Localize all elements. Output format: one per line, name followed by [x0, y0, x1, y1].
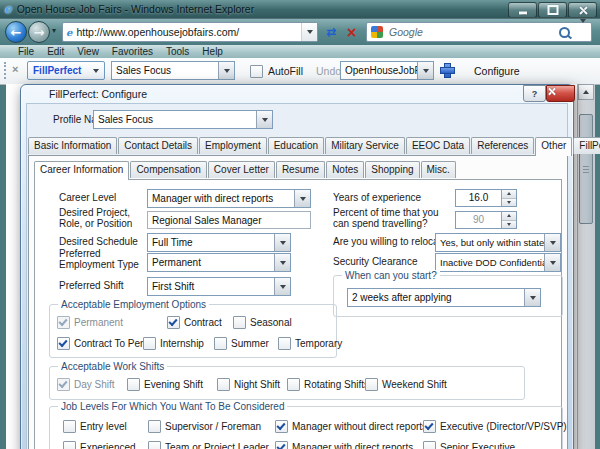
checkbox-weekend-shift[interactable]: Weekend Shift: [365, 378, 447, 391]
tab-notes[interactable]: Notes: [326, 161, 364, 178]
browser-window: e Open House Job Fairs - Windows Interne…: [0, 0, 600, 449]
checkbox-manager-with-direct-reports[interactable]: Manager with direct reports: [275, 441, 413, 449]
tab-references[interactable]: References: [471, 137, 534, 154]
tab-compensation[interactable]: Compensation: [130, 161, 206, 178]
dropdown-button[interactable]: [294, 190, 310, 207]
profile-name-select[interactable]: Sales Focus: [93, 110, 273, 129]
search-input[interactable]: Google: [389, 26, 559, 38]
checkbox-seasonal[interactable]: Seasonal: [233, 316, 292, 329]
scrollbar-thumb[interactable]: [579, 114, 593, 224]
dropdown-button[interactable]: [544, 254, 560, 271]
tab-cover-letter[interactable]: Cover Letter: [208, 161, 275, 178]
checkbox-executive-director-vp-svp[interactable]: Executive (Director/VP/SVP): [423, 420, 567, 433]
checkbox-contract-to-perm[interactable]: Contract To Perm.: [57, 337, 154, 350]
chevron-down-icon: [262, 118, 268, 122]
checkbox-night-shift[interactable]: Night Shift: [217, 378, 280, 391]
checkbox-manager-without-direct-reports[interactable]: Manager without direct reports: [275, 420, 427, 433]
checkbox-experienced[interactable]: Experienced: [63, 441, 136, 449]
menu-favorites[interactable]: Favorites: [112, 46, 153, 57]
start-select[interactable]: 2 weeks after applying: [347, 288, 541, 307]
search-dropdown-button[interactable]: [580, 23, 586, 41]
profile-select[interactable]: Sales Focus: [111, 61, 235, 80]
spin-down-button[interactable]: [502, 220, 516, 229]
checkbox-summer[interactable]: Summer: [214, 337, 269, 350]
refresh-button[interactable]: ⇄: [322, 23, 341, 41]
tab-eeoc-data[interactable]: EEOC Data: [406, 137, 470, 154]
checkbox-entry-level[interactable]: Entry level: [63, 420, 127, 433]
spin-up-button[interactable]: [502, 212, 516, 220]
chevron-down-icon: [307, 30, 313, 34]
address-bar[interactable]: e http://www.openhousejobfairs.com/: [62, 22, 318, 42]
address-dropdown-button[interactable]: [301, 23, 317, 41]
dropdown-button[interactable]: [417, 62, 433, 79]
tab-career-information[interactable]: Career Information: [34, 161, 129, 180]
undo-button[interactable]: Undo: [316, 65, 341, 77]
add-site-button[interactable]: [440, 63, 455, 78]
toolbar-grip[interactable]: [4, 62, 6, 79]
dialog-help-button[interactable]: ?: [523, 85, 546, 102]
checkbox-team-or-project-leader[interactable]: Team or Project Leader: [148, 441, 269, 449]
autofill-checkbox[interactable]: [250, 65, 263, 78]
menu-file[interactable]: File: [18, 46, 34, 57]
minimize-button[interactable]: [508, 2, 537, 18]
checkbox-day-shift[interactable]: Day Shift: [57, 378, 115, 391]
dropdown-button[interactable]: [256, 111, 272, 128]
tab-other[interactable]: Other: [535, 137, 572, 156]
career-level-select[interactable]: Manager with direct reports: [147, 189, 311, 208]
maximize-button[interactable]: [538, 2, 567, 18]
menu-edit[interactable]: Edit: [47, 46, 64, 57]
menu-tools[interactable]: Tools: [166, 46, 189, 57]
dropdown-button[interactable]: [274, 254, 290, 271]
checkbox-senior-executive[interactable]: Senior Executive: [423, 441, 515, 449]
tab-employment[interactable]: Employment: [199, 137, 267, 154]
stop-button[interactable]: ×: [342, 23, 361, 41]
years-experience-spinner[interactable]: 16.0: [455, 189, 517, 207]
tab-misc[interactable]: Misc.: [421, 161, 456, 178]
back-button[interactable]: ←: [5, 21, 27, 43]
fillperfect-menu-button[interactable]: FillPerfect: [27, 61, 105, 80]
tab-military-service[interactable]: Military Service: [325, 137, 405, 154]
desired-schedule-select[interactable]: Full Time: [147, 233, 291, 252]
forward-button[interactable]: →: [28, 21, 50, 43]
preferred-shift-select[interactable]: First Shift: [147, 277, 291, 296]
address-url[interactable]: http://www.openhousejobfairs.com/: [76, 26, 301, 38]
relocate-select[interactable]: Yes, but only within state: [435, 233, 561, 252]
travel-percent-spinner[interactable]: 90: [455, 211, 517, 229]
employment-type-select[interactable]: Permanent: [147, 253, 291, 272]
spin-down-button[interactable]: [502, 198, 516, 207]
dropdown-button[interactable]: [274, 234, 290, 251]
tab-basic-information[interactable]: Basic Information: [28, 137, 117, 154]
spin-up-button[interactable]: [502, 190, 516, 198]
dropdown-button[interactable]: [218, 62, 234, 79]
scroll-up-button[interactable]: [578, 84, 594, 100]
dropdown-button[interactable]: [524, 289, 540, 306]
search-icon[interactable]: [559, 27, 570, 38]
desired-position-input[interactable]: Regional Sales Manager: [147, 211, 311, 229]
security-clearance-select[interactable]: Inactive DOD Confidential: [435, 253, 561, 272]
menu-help[interactable]: Help: [202, 46, 223, 57]
tab-education[interactable]: Education: [268, 137, 324, 154]
checkbox-evening-shift[interactable]: Evening Shift: [127, 378, 203, 391]
checkbox-supervisor-foreman[interactable]: Supervisor / Foreman: [148, 420, 261, 433]
tab-contact-details[interactable]: Contact Details: [118, 137, 198, 154]
checkbox-permanent[interactable]: Permanent: [57, 316, 123, 329]
checkbox-rotating-shifts[interactable]: Rotating Shifts: [287, 378, 369, 391]
site-select[interactable]: OpenHouseJobFairs: [340, 61, 434, 80]
menu-bar: File Edit View Favorites Tools Help: [0, 45, 600, 58]
toolbar-close-button[interactable]: ×: [12, 63, 18, 75]
history-chevron-icon[interactable]: ▾: [52, 26, 56, 35]
close-button[interactable]: [568, 2, 597, 18]
tab-shopping[interactable]: Shopping: [365, 161, 419, 178]
dropdown-button[interactable]: [274, 278, 290, 295]
tab-fillperfect-options[interactable]: FillPerfect Options: [573, 137, 600, 154]
checkbox-temporary[interactable]: Temporary: [278, 337, 342, 350]
employment-type-label: Preferred Employment Type: [59, 248, 147, 270]
dropdown-button[interactable]: [544, 234, 560, 251]
checkbox-contract[interactable]: Contract: [167, 316, 222, 329]
search-box[interactable]: Google: [366, 22, 592, 42]
tab-resume[interactable]: Resume: [276, 161, 325, 178]
menu-view[interactable]: View: [77, 46, 99, 57]
configure-button[interactable]: Configure: [474, 65, 520, 77]
dialog-close-button[interactable]: [546, 85, 575, 102]
checkbox-internship[interactable]: Internship: [143, 337, 204, 350]
